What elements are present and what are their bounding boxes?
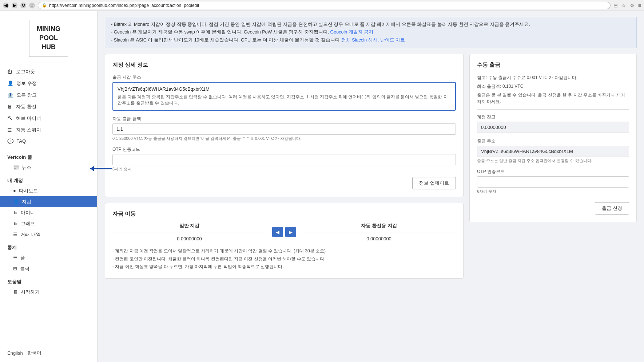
sidebar-item-label: 다시보드 <box>19 188 38 194</box>
sidebar-item-graph[interactable]: 🖥 그래프 <box>0 218 97 229</box>
address-field-group: 출금 지갑 주소 VhjBrVZTs6q3i6WHAR1av84G5cBqxbr… <box>112 74 456 111</box>
sidebar-item-profile[interactable]: 👤 정보 수정 <box>0 78 97 89</box>
browser-back-btn[interactable]: ◀ <box>3 3 9 8</box>
url-bar[interactable]: 🔒 https://vertcoin.miningpoolhub.com/ind… <box>38 2 611 9</box>
top-nav: ⏻ 로그아웃 👤 정보 수정 🏦 오른 잔고 🖥 자동 환전 ⛏ 허브 마이너 … <box>0 63 97 150</box>
tab-icon: ⊟ <box>613 3 618 8</box>
transfer-row: 일반 지갑 0.00000000 ◀ ▶ 자동 환전용 지갑 0.0000000… <box>112 223 456 241</box>
stats-section: 통계 ☰ 풀 ⊞ 블럭 <box>0 240 97 274</box>
normal-wallet-amount: 0.00000000 <box>112 236 266 241</box>
withdrawal-card-footer: 출금 신청 <box>477 199 629 215</box>
star-icon: ☆ <box>621 3 626 8</box>
lang-korean-btn[interactable]: 한국어 <box>27 350 41 356</box>
normal-wallet-col: 일반 지갑 0.00000000 <box>112 223 266 241</box>
auto-amount-input[interactable] <box>112 123 456 135</box>
notice-bar: - Bittrex 의 Monero 지갑이 정상 작동 중입니다. 점검 기간… <box>105 17 637 48</box>
sidebar-item-auto-transfer[interactable]: 🖥 자동 환전 <box>0 101 97 113</box>
address-value: VhjBrVZTs6q3i6WHAR1av84G5cBqxbrX1M <box>118 86 451 92</box>
sidebar-item-label: FAQ <box>16 138 26 144</box>
withdrawal-info2: 최소 출금액: 0.101 VTC <box>477 83 629 90</box>
withdraw-btn[interactable]: 출금 신청 <box>595 202 629 215</box>
withdrawal-card: 수동 출금 참고: 수동 출금시 수수료 0.001 VTC 가 차감됩니다. … <box>469 54 637 222</box>
withdrawal-address-field-group: 출금 주소 VhjBrVZTs6q3i6WHAR1av84G5cBqxbrX1M… <box>477 138 629 164</box>
sidebar-item-label: 지갑 <box>22 198 31 205</box>
logo-box: MINING POOL HUB <box>29 20 68 57</box>
browser-chrome: ◀ ▶ ↻ ⌂ 🔒 https://vertcoin.miningpoolhub… <box>0 0 644 11</box>
withdrawal-otp-label: OTP 인증코드 <box>477 169 629 175</box>
sidebar-item-label: 정보 수정 <box>16 80 37 87</box>
sidebar-item-label: 거래 내역 <box>20 231 41 238</box>
balance-label: 계정 잔고 <box>477 114 629 120</box>
list-icon: ☰ <box>7 127 13 133</box>
withdrawal-otp-hint: 6자리 숫자 <box>477 189 629 194</box>
account-card-title: 계정 상세 정보 <box>112 62 456 68</box>
sidebar-item-label: 시작하기 <box>21 289 40 295</box>
withdrawal-otp-input[interactable] <box>477 176 629 188</box>
lock-icon: 🔒 <box>42 3 47 8</box>
withdrawal-card-title: 수동 출금 <box>477 62 629 68</box>
graph-icon: 🖥 <box>13 221 18 226</box>
sidebar-item-balance[interactable]: 🏦 오른 잔고 <box>0 89 97 101</box>
sidebar-item-wallet[interactable]: 👤 지갑 <box>0 196 97 207</box>
stats-title: 통계 <box>0 240 97 252</box>
transfer-note-3: - 자금 이전 화살표 양쪽을 다 누르면, 가장 마지막에 누른 작업이 최종… <box>112 263 456 271</box>
help-section: 도움말 🖥 시작하기 <box>0 274 97 298</box>
sidebar-item-news[interactable]: 📰 뉴스 <box>0 162 97 173</box>
dashboard-icon: ● <box>13 188 16 193</box>
extensions-icon: ⚙ <box>630 3 635 8</box>
content-row: 계정 상세 정보 출금 지갑 주소 VhjBrVZTs6q3i6WHAR1av8… <box>105 54 637 279</box>
miner-icon: ⛏ <box>7 115 13 121</box>
transfer-note-2: - 컨펌된 코인만 이전됩니다. 채굴한 블럭이 하나씩 컨펌된다면 자금 이전… <box>112 255 456 263</box>
sidebar-item-auto-switch[interactable]: ☰ 자동 스위치 <box>0 124 97 136</box>
transfer-left-btn[interactable]: ◀ <box>272 227 283 237</box>
browser-refresh-btn[interactable]: ↻ <box>20 3 26 8</box>
notice-line2: - Geocoin 은 개발자가 제공할 수동 swap 이후에 분배될 입니다… <box>111 29 373 35</box>
start-icon: 🖥 <box>13 289 18 295</box>
withdrawal-info3: 출금은 못 본 일될 수 있습니다. 출금 신청을 한 후 지갑 주소를 바꾸거… <box>477 92 629 105</box>
wallet-icon: 👤 <box>13 199 19 204</box>
transfer-card: 자금 이동 일반 지갑 0.00000000 ◀ ▶ 자동 환전용 지갑 <box>105 203 464 279</box>
transfer-right-btn[interactable]: ▶ <box>285 227 296 237</box>
otp-input[interactable] <box>112 154 456 165</box>
geocoin-link[interactable]: Geocoin 개발자 공지 <box>330 29 374 35</box>
transfer-note-1: - 계좌간 자금 이전 작업을 모아서 일괄적으로 처리하기 때문에 시간이 약… <box>112 247 456 255</box>
sidebar-item-history[interactable]: ☰ 거래 내역 <box>0 229 97 240</box>
account-card-footer: 정보 업데이트 <box>112 177 456 189</box>
help-title: 도움말 <box>0 274 97 287</box>
main-content: - Bittrex 의 Monero 지갑이 정상 작동 중입니다. 점검 기간… <box>98 11 644 362</box>
sidebar-item-label: 뉴스 <box>22 164 31 171</box>
sidebar-item-logout[interactable]: ⏻ 로그아웃 <box>0 66 97 78</box>
power-icon: ⏻ <box>7 69 13 75</box>
url-text: https://vertcoin.miningpoolhub.com/index… <box>49 3 199 8</box>
monitor-icon: 🖥 <box>7 104 13 110</box>
sidebar-item-label: 그래프 <box>21 220 35 227</box>
normal-wallet-label: 일반 지갑 <box>112 223 266 232</box>
withdrawal-address-label: 출금 주소 <box>477 138 629 144</box>
sidebar-item-label: 로그아웃 <box>16 68 35 75</box>
otp-hint: 6자리 숫자 <box>112 166 456 172</box>
sidebar-item-dashboard[interactable]: ● 다시보드 <box>0 185 97 196</box>
sidebar-item-faq[interactable]: 💬 FAQ <box>0 136 97 147</box>
withdrawal-address-value: VhjBrVZTs6q3i6WHAR1av84G5cBqxbrX1M <box>477 146 629 157</box>
browser-home-btn[interactable]: ⌂ <box>29 3 35 8</box>
sidebar-item-miner[interactable]: 🖥 마이너 <box>0 207 97 218</box>
transfer-notes: - 계좌간 자금 이전 작업을 모아서 일괄적으로 처리하기 때문에 시간이 약… <box>112 247 456 271</box>
left-column: 계정 상세 정보 출금 지갑 주소 VhjBrVZTs6q3i6WHAR1av8… <box>105 54 464 279</box>
sidebar: MINING POOL HUB ⏻ 로그아웃 👤 정보 수정 🏦 오른 잔고 🖥… <box>0 11 98 362</box>
sidebar-item-block[interactable]: ⊞ 블럭 <box>0 263 97 274</box>
sidebar-item-getting-started[interactable]: 🖥 시작하기 <box>0 287 97 298</box>
chat-icon: 💬 <box>7 138 13 144</box>
lang-english-btn[interactable]: English <box>7 350 23 356</box>
sidebar-item-hub-miner[interactable]: ⛏ 허브 마이너 <box>0 113 97 124</box>
right-column: 수동 출금 참고: 수동 출금시 수수료 0.001 VTC 가 차감됩니다. … <box>469 54 637 279</box>
siacoin-link[interactable]: 전체 Siacoin 해시, 난이도 차트 <box>341 38 405 43</box>
update-info-btn[interactable]: 정보 업데이트 <box>412 177 456 189</box>
sidebar-item-pool[interactable]: ☰ 풀 <box>0 252 97 263</box>
auto-wallet-col: 자동 환전용 지갑 0.00000000 <box>302 223 456 241</box>
bank-icon: 🏦 <box>7 92 13 98</box>
vertcoin-pool-section: Vertcoin 풀 📰 뉴스 <box>0 150 97 173</box>
sidebar-item-label: 블럭 <box>20 265 29 272</box>
miner-sub-icon: 🖥 <box>13 210 18 215</box>
browser-forward-btn[interactable]: ▶ <box>12 3 17 8</box>
my-account-title: 내 계정 <box>0 173 97 185</box>
